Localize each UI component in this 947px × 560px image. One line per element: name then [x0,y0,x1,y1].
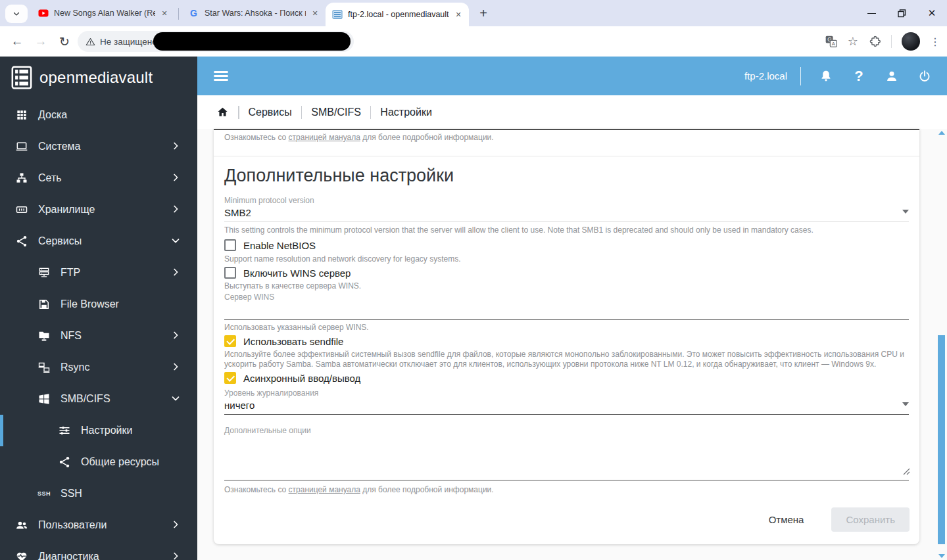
breadcrumb-separator [370,106,372,119]
tab-close-icon[interactable]: ✕ [310,8,320,18]
sidebar-item-ssh[interactable]: SSH SSH [0,478,197,509]
file-browser-icon [36,298,52,311]
tab-openmediavault-active[interactable]: ftp-2.local - openmediavault W ✕ [326,3,469,26]
sidebar-item-file-browser[interactable]: File Browser [0,289,197,320]
tab-google-search[interactable]: G Star Wars: Ahsoka - Поиск в Go ✕ [182,3,326,24]
sendfile-checkbox[interactable] [224,335,236,347]
wins-enable-checkbox-row: Включить WINS сервер [224,267,351,279]
min-protocol-select[interactable]: SMB2 [224,207,251,218]
address-bar[interactable]: Не защищено [78,31,354,52]
field-underline [224,414,909,415]
min-protocol-label: Minimum protocol version [224,196,314,205]
manual-hint-text: для более подробной информации. [360,485,494,494]
loglevel-select[interactable]: ничего [224,400,255,411]
sendfile-label: Использовать sendfile [243,336,343,347]
select-dropdown-arrow-icon[interactable] [902,210,909,214]
ftp-server-icon [36,266,52,279]
minimize-icon [867,13,876,14]
netbios-checkbox-row: Enable NetBIOS [224,239,316,251]
network-icon [14,172,30,185]
scrollbar-down-arrow-icon[interactable] [938,554,945,558]
save-button[interactable]: Сохранить [831,507,910,532]
extra-options-textarea[interactable] [224,436,909,477]
sidebar-item-network[interactable]: Сеть [0,162,197,194]
aio-checkbox[interactable] [224,372,236,384]
window-restore-button[interactable] [886,0,917,26]
sidebar-item-smb-shares[interactable]: Общие ресурсы [0,446,197,478]
breadcrumb-item-smb[interactable]: SMB/CIFS [311,106,361,118]
tab-close-icon[interactable]: ✕ [453,9,464,20]
sidebar-item-nfs[interactable]: NFS [0,320,197,352]
chevron-right-icon [170,203,182,215]
sidebar-item-dashboard[interactable]: Доска [0,99,197,131]
sidebar-item-smb-cifs[interactable]: SMB/CIFS [0,383,197,415]
tab-close-icon[interactable]: ✕ [159,8,170,18]
manual-hint-text: Ознакомьтесь со [224,133,289,142]
wins-enable-checkbox[interactable] [224,267,236,279]
manual-hint-text: Ознакомьтесь со [224,485,289,494]
sidebar-item-label: Диагностика [38,551,99,560]
hamburger-menu-icon[interactable] [214,68,228,83]
sidebar-item-services[interactable]: Сервисы [0,225,197,257]
netbios-hint: Support name resolution and network disc… [224,254,461,264]
sidebar-item-label: SSH [61,488,82,500]
page-scrollbar[interactable] [936,129,946,560]
power-icon[interactable] [911,64,938,88]
window-minimize-button[interactable] [856,0,886,26]
select-dropdown-arrow-icon[interactable] [902,402,909,406]
user-menu-icon[interactable] [879,64,905,88]
home-icon[interactable] [216,106,229,118]
wins-enable-label: Включить WINS сервер [243,268,351,279]
manual-page-link[interactable]: страницей мануала [289,485,360,494]
chevron-down-icon [12,10,20,18]
sidebar-item-rsync[interactable]: Rsync [0,352,197,383]
scrollbar-up-arrow-icon[interactable] [938,131,945,135]
security-label[interactable]: Не защищено [100,37,157,47]
sidebar-item-label: Сеть [38,172,62,184]
manual-page-link[interactable]: страницей мануала [289,133,360,142]
breadcrumb-item-settings[interactable]: Настройки [380,106,431,118]
sidebar-item-label: Доска [38,109,67,121]
forward-button[interactable]: → [30,31,51,52]
profile-avatar[interactable] [902,32,920,51]
openmediavault-app: openmediavault Доска Система Сеть Хранил… [0,57,947,560]
reload-button[interactable]: ↻ [54,31,75,52]
textarea-resize-handle[interactable] [903,468,910,475]
services-share-icon [14,235,30,248]
brand-text: openmediavault [39,68,153,87]
restore-icon [898,9,906,18]
window-close-button[interactable]: ✕ [917,0,947,26]
bookmark-star-icon[interactable]: ☆ [848,34,858,49]
translate-icon[interactable]: GA [825,35,838,48]
sidebar-item-label: Настройки [81,425,132,436]
wins-server-input[interactable] [224,304,909,318]
sidebar-item-label: Rsync [61,362,89,373]
scrollbar-thumb[interactable] [938,335,945,544]
sidebar-item-storage[interactable]: Хранилище [0,194,197,225]
breadcrumb-item-services[interactable]: Сервисы [249,106,292,118]
new-tab-button[interactable]: + [474,4,493,22]
sidebar-item-ftp[interactable]: FTP [0,257,197,289]
field-underline [224,480,909,480]
sidebar-item-smb-settings[interactable]: Настройки [0,415,197,446]
cancel-button[interactable]: Отмена [761,509,812,530]
sidebar-item-system[interactable]: Система [0,131,197,162]
tab-search-button[interactable] [5,5,28,23]
redacted-url [153,32,351,51]
close-icon: ✕ [928,7,936,19]
sendfile-checkbox-row: Использовать sendfile [224,335,343,347]
browser-menu-icon[interactable]: ⋮ [930,35,940,48]
notifications-bell-icon[interactable] [813,64,839,88]
sidebar-item-users[interactable]: Пользователи [0,509,197,541]
openmediavault-logo-icon [11,65,33,90]
tab-youtube[interactable]: New Songs Alan Walker (Remix ✕ [32,3,175,24]
field-underline [224,222,909,222]
back-button[interactable]: ← [7,31,28,52]
tab-title: Star Wars: Ahsoka - Поиск в Go [205,9,306,18]
help-icon[interactable]: ? [846,64,872,88]
ssh-icon: SSH [36,490,52,497]
window-controls: ✕ [856,0,947,26]
netbios-checkbox[interactable] [224,239,236,251]
extensions-puzzle-icon[interactable] [868,35,881,48]
sidebar-item-diagnostics[interactable]: Диагностика [0,541,197,560]
